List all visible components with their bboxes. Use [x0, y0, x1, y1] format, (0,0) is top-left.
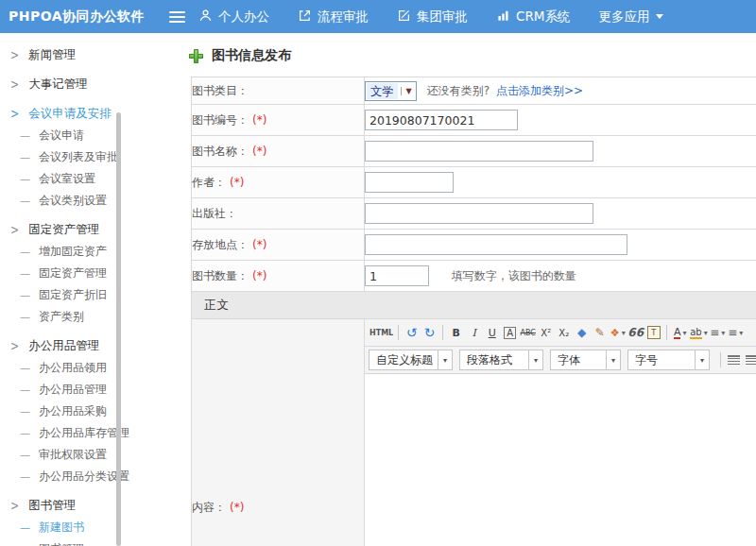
highlight-pen-button[interactable]: ab — [690, 327, 701, 339]
sidebar-item-supplies-manage[interactable]: — 办公用品管理 — [0, 379, 170, 401]
sidebar-item-asset-category[interactable]: — 资产类别 — [0, 306, 170, 328]
sidebar-item-approval-permission-settings[interactable]: — 审批权限设置 — [0, 444, 170, 466]
eraser-icon[interactable]: ◆ — [574, 324, 590, 342]
section-header-body: 正文 — [192, 292, 756, 319]
dash-icon: — — [20, 362, 30, 374]
sidebar-item-supplies-inventory[interactable]: — 办公用品库存管理 — [0, 422, 170, 444]
redo-icon[interactable]: ↻ — [421, 324, 438, 342]
dash-icon: — — [20, 405, 30, 418]
sidebar-item-meeting-list-approval[interactable]: — 会议列表及审批 — [0, 146, 170, 168]
italic-button[interactable]: I — [466, 324, 482, 342]
sidebar-item-meeting-apply[interactable]: — 会议申请 — [0, 125, 170, 146]
workflow-icon — [298, 9, 318, 26]
custom-title-dropdown[interactable]: 自定义标题 ▾ — [369, 350, 453, 370]
book-number-input[interactable] — [365, 110, 518, 130]
sidebar-item-office-supplies-management[interactable]: > 办公用品管理 — [0, 334, 170, 357]
paragraph-format-dropdown[interactable]: 段落格式 ▾ — [459, 350, 543, 370]
sidebar-item-fixed-asset-manage[interactable]: — 固定资产管理 — [0, 263, 170, 284]
nav-item-more-apps[interactable]: 更多应用 — [598, 9, 663, 26]
font-color-button[interactable]: A — [674, 327, 681, 339]
book-name-input[interactable] — [365, 141, 593, 162]
chevron-right-icon: > — [10, 338, 19, 353]
field-label: 内容： — [192, 501, 226, 514]
nav-item-crm[interactable]: CRM系统 — [496, 9, 570, 26]
top-nav: 个人办公 流程审批 集团审批 CRM系统 — [198, 9, 692, 26]
dash-icon: — — [20, 267, 30, 280]
sidebar-item-memorabilia-management[interactable]: > 大事记管理 — [0, 73, 170, 95]
sidebar-item-supplies-category-settings[interactable]: — 办公用品分类设置 — [0, 466, 170, 487]
required-marker: (*) — [230, 176, 244, 189]
caret-down-icon — [656, 14, 663, 19]
add-category-link[interactable]: 点击添加类别>> — [496, 84, 583, 97]
dash-icon: — — [20, 246, 30, 258]
strikethrough-button[interactable]: ABC — [520, 324, 536, 342]
main-content: 图书信息发布 图书类目： 文学 ▼ 还没有类别? 点击添加类别>> 图书编号：(… — [170, 33, 756, 546]
format-brush-icon[interactable]: ✎ — [592, 324, 608, 342]
bold-button[interactable]: B — [448, 324, 464, 342]
underline-button[interactable]: U — [484, 324, 500, 342]
required-marker: (*) — [252, 145, 266, 158]
sidebar-item-book-manage[interactable]: — 图书管理 — [0, 538, 170, 546]
font-family-dropdown[interactable]: 字体 ▾ — [550, 350, 621, 370]
publisher-input[interactable] — [365, 203, 593, 224]
field-label: 作者： — [192, 176, 226, 189]
sidebar-item-meeting-category-settings[interactable]: — 会议类别设置 — [0, 190, 170, 212]
sidebar-item-book-management[interactable]: > 图书管理 — [0, 494, 170, 517]
category-select[interactable]: 文学 ▼ — [365, 81, 417, 101]
dash-icon: — — [20, 289, 30, 301]
sidebar-item-meeting-room-settings[interactable]: — 会议室设置 — [0, 168, 170, 190]
dash-icon: — — [20, 427, 30, 439]
sidebar-item-fixed-assets-management[interactable]: > 固定资产管理 — [0, 218, 170, 241]
form-row-publisher: 出版社： — [192, 198, 756, 230]
book-quantity-input[interactable] — [365, 265, 429, 286]
superscript-button[interactable]: X² — [538, 324, 554, 342]
sidebar-item-new-book[interactable]: — 新建图书 — [0, 517, 170, 538]
dash-icon: — — [20, 521, 30, 534]
sidebar-item-meeting-management[interactable]: > 会议申请及安排 — [0, 102, 170, 125]
field-label: 存放地点： — [192, 238, 249, 251]
book-form-table: 图书类目： 文学 ▼ 还没有类别? 点击添加类别>> 图书编号：(*) 图书名称… — [191, 77, 756, 546]
caret-down-icon: ▾ — [528, 350, 542, 369]
html-source-button[interactable]: HTML — [369, 324, 393, 342]
undo-icon[interactable]: ↺ — [404, 324, 420, 342]
unordered-list-button[interactable]: ≡ — [728, 326, 737, 339]
align-center-icon[interactable] — [746, 355, 756, 365]
nav-item-workflow-approval[interactable]: 流程审批 — [298, 9, 369, 26]
editor-content-area[interactable] — [365, 374, 756, 546]
nav-item-personal-office[interactable]: 个人办公 — [198, 9, 269, 26]
sidebar-item-fixed-asset-depreciation[interactable]: — 固定资产折旧 — [0, 284, 170, 306]
caret-down-icon: ▾ — [721, 329, 725, 337]
font-size-dropdown[interactable]: 字号 ▾ — [627, 350, 710, 370]
nav-item-group-approval[interactable]: 集团审批 — [397, 9, 468, 26]
dash-icon: — — [20, 470, 30, 483]
form-row-content: 内容：(*) HTML ↺ ↻ B I U A ABC X² X₂ ◆ — [192, 319, 756, 546]
editor-toolbar-row1: HTML ↺ ↻ B I U A ABC X² X₂ ◆ ✎ ❖▾ 66 T — [365, 319, 756, 347]
hamburger-menu-icon[interactable] — [169, 11, 185, 23]
sidebar-item-supplies-requisition[interactable]: — 办公用品领用 — [0, 357, 170, 379]
remove-format-button[interactable]: A — [504, 327, 516, 339]
align-left-icon[interactable] — [728, 355, 740, 365]
chevron-right-icon: > — [10, 47, 19, 62]
ordered-list-button[interactable]: ≡ — [710, 326, 719, 339]
form-row-author: 作者：(*) — [192, 167, 756, 198]
category-note: 还没有类别? — [427, 84, 490, 97]
sidebar-item-add-fixed-asset[interactable]: — 增加固定资产 — [0, 241, 170, 263]
required-marker: (*) — [230, 501, 244, 514]
paste-text-icon[interactable]: T — [647, 326, 661, 339]
form-row-category: 图书类目： 文学 ▼ 还没有类别? 点击添加类别>> — [192, 77, 756, 105]
color-palette-icon[interactable]: ❖ — [610, 327, 620, 339]
subscript-button[interactable]: X₂ — [556, 324, 572, 342]
blockquote-button[interactable]: 66 — [627, 324, 644, 342]
required-marker: (*) — [252, 113, 266, 127]
field-label: 出版社： — [192, 207, 237, 220]
form-row-storage-location: 存放地点：(*) — [192, 230, 756, 261]
sidebar-item-supplies-purchase[interactable]: — 办公用品采购 — [0, 401, 170, 422]
sidebar-scrollbar[interactable] — [116, 112, 121, 546]
sidebar-item-news-management[interactable]: > 新闻管理 — [0, 43, 170, 66]
author-input[interactable] — [365, 172, 454, 193]
form-row-book-name: 图书名称：(*) — [192, 136, 756, 167]
storage-location-input[interactable] — [365, 234, 627, 255]
form-row-book-number: 图书编号：(*) — [192, 105, 756, 136]
caret-down-icon: ▾ — [606, 350, 620, 369]
required-marker: (*) — [252, 269, 266, 282]
